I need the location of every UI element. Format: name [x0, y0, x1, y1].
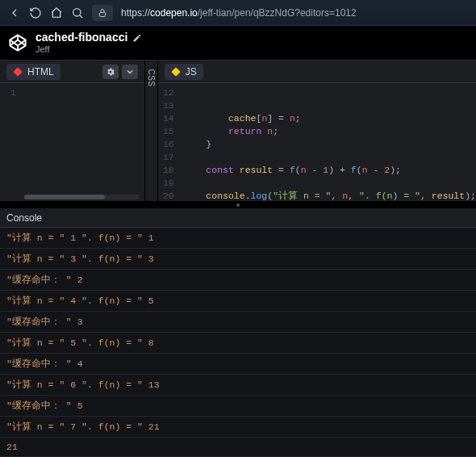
horizontal-splitter[interactable]: [0, 202, 476, 208]
lock-icon[interactable]: [92, 5, 113, 21]
pen-author: Jeff: [35, 44, 142, 54]
console-line: "缓存命中： " 3: [0, 312, 476, 333]
url-host: codepen.io: [150, 7, 198, 19]
html-pane: HTML 1: [0, 61, 145, 201]
tab-css-label: CSS: [147, 69, 156, 86]
pen-meta: cached-fibonacci Jeff: [35, 31, 142, 53]
console-line: 21: [0, 438, 476, 457]
browser-toolbar: https://codepen.io/jeff-tian/pen/qBzzNdG…: [0, 0, 476, 26]
edit-title-icon[interactable]: [132, 33, 142, 43]
console-line: "计算 n = " 1 ". f(n) = " 1: [0, 228, 476, 249]
html-lang-icon: [13, 67, 23, 77]
js-tabbar: JS: [158, 61, 476, 83]
svg-rect-3: [171, 67, 180, 76]
svg-rect-2: [13, 67, 22, 76]
home-icon[interactable]: [50, 6, 63, 19]
console-line: "计算 n = " 7 ". f(n) = " 21: [0, 417, 476, 438]
svg-rect-1: [100, 12, 106, 16]
html-editor[interactable]: 1: [0, 83, 144, 201]
settings-button[interactable]: [102, 65, 119, 79]
console-header: Console: [0, 208, 476, 228]
console-line: "计算 n = " 4 ". f(n) = " 5: [0, 291, 476, 312]
console-line: "缓存命中： " 2: [0, 270, 476, 291]
html-scrollbar[interactable]: [24, 195, 140, 199]
address-bar[interactable]: https://codepen.io/jeff-tian/pen/qBzzNdG…: [121, 7, 468, 19]
console-line: "计算 n = " 5 ". f(n) = " 8: [0, 333, 476, 354]
editors-row: HTML 1 CSS JS: [0, 60, 476, 202]
svg-point-0: [73, 8, 81, 15]
js-lang-icon: [171, 67, 181, 77]
pen-header: cached-fibonacci Jeff: [0, 26, 476, 60]
tab-html[interactable]: HTML: [6, 64, 61, 80]
html-gutter: 1: [0, 83, 21, 201]
js-gutter: 12131415161718192021: [158, 83, 179, 201]
back-icon[interactable]: [8, 6, 21, 19]
js-pane: JS 12131415161718192021 cache[n] = n; re…: [158, 61, 476, 201]
html-tabbar: HTML: [0, 61, 144, 83]
console-line: "计算 n = " 3 ". f(n) = " 3: [0, 249, 476, 270]
console-line: "缓存命中： " 4: [0, 354, 476, 375]
chevron-down-button[interactable]: [122, 65, 138, 79]
pen-title: cached-fibonacci: [35, 31, 127, 44]
js-code[interactable]: cache[n] = n; return n; } const result =…: [179, 83, 476, 201]
tab-js[interactable]: JS: [165, 64, 203, 80]
refresh-icon[interactable]: [29, 6, 42, 19]
url-path: /jeff-tian/pen/qBzzNdG?editors=1012: [198, 7, 357, 19]
tab-js-label: JS: [186, 66, 197, 78]
search-icon[interactable]: [71, 6, 84, 19]
js-editor[interactable]: 12131415161718192021 cache[n] = n; retur…: [158, 83, 476, 201]
console-title: Console: [6, 212, 42, 224]
html-code[interactable]: [21, 83, 144, 201]
console-line: "计算 n = " 6 ". f(n) = " 13: [0, 375, 476, 396]
tab-css-collapsed[interactable]: CSS: [145, 61, 158, 201]
console-output[interactable]: "计算 n = " 1 ". f(n) = " 1"计算 n = " 3 ". …: [0, 228, 476, 457]
codepen-logo-icon[interactable]: [8, 33, 27, 52]
url-scheme: https://: [121, 7, 150, 19]
console-line: "缓存命中： " 5: [0, 396, 476, 417]
tab-html-label: HTML: [27, 66, 54, 78]
